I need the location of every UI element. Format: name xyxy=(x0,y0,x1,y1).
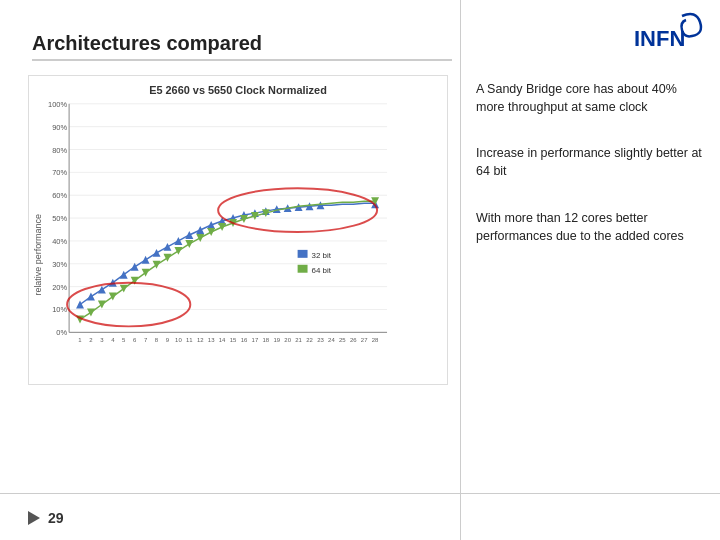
svg-text:27: 27 xyxy=(361,337,368,343)
svg-text:50%: 50% xyxy=(52,214,67,223)
svg-text:60%: 60% xyxy=(52,191,67,200)
svg-text:13: 13 xyxy=(208,337,215,343)
svg-text:70%: 70% xyxy=(52,168,67,177)
svg-text:24: 24 xyxy=(328,337,335,343)
svg-text:18: 18 xyxy=(263,337,270,343)
slide-title: Architectures compared xyxy=(32,32,452,61)
svg-text:19: 19 xyxy=(273,337,280,343)
svg-text:30%: 30% xyxy=(52,260,67,269)
bottom-divider xyxy=(0,493,720,494)
svg-text:21: 21 xyxy=(295,337,302,343)
svg-text:32 bit: 32 bit xyxy=(312,251,332,260)
svg-text:12: 12 xyxy=(197,337,204,343)
svg-text:14: 14 xyxy=(219,337,226,343)
svg-text:INFN: INFN xyxy=(634,26,685,51)
text-block-1: A Sandy Bridge core has about 40% more t… xyxy=(476,80,706,116)
page-arrow-icon xyxy=(28,511,40,525)
svg-text:10: 10 xyxy=(175,337,182,343)
svg-text:11: 11 xyxy=(186,337,193,343)
infn-logo: INFN xyxy=(624,8,704,58)
svg-text:90%: 90% xyxy=(52,123,67,132)
page-number: 29 xyxy=(48,510,64,526)
svg-text:28: 28 xyxy=(372,337,379,343)
page-number-area: 29 xyxy=(28,510,64,526)
svg-text:20: 20 xyxy=(284,337,291,343)
svg-text:22: 22 xyxy=(306,337,313,343)
text-block-3: With more than 12 cores better performan… xyxy=(476,209,706,245)
svg-text:16: 16 xyxy=(241,337,248,343)
svg-rect-99 xyxy=(298,250,308,258)
svg-text:80%: 80% xyxy=(52,146,67,155)
chart-svg: E5 2660 vs 5650 Clock Normalized relativ… xyxy=(29,76,447,384)
svg-text:64 bit: 64 bit xyxy=(312,266,332,275)
svg-text:100%: 100% xyxy=(48,100,67,109)
svg-rect-101 xyxy=(298,265,308,273)
text-block-1-content: A Sandy Bridge core has about 40% more t… xyxy=(476,80,706,116)
y-axis-label: relative performance xyxy=(33,214,43,295)
svg-text:25: 25 xyxy=(339,337,346,343)
svg-text:15: 15 xyxy=(230,337,237,343)
vertical-divider xyxy=(460,0,461,540)
svg-text:20%: 20% xyxy=(52,283,67,292)
logo-area: INFN xyxy=(624,8,704,58)
svg-text:23: 23 xyxy=(317,337,324,343)
text-block-3-content: With more than 12 cores better performan… xyxy=(476,209,706,245)
right-panel: A Sandy Bridge core has about 40% more t… xyxy=(476,80,706,273)
svg-text:40%: 40% xyxy=(52,237,67,246)
text-block-2: Increase in performance slightly better … xyxy=(476,144,706,180)
text-block-2-content: Increase in performance slightly better … xyxy=(476,144,706,180)
slide-container: INFN Architectures compared E5 2660 vs 5… xyxy=(0,0,720,540)
svg-text:26: 26 xyxy=(350,337,357,343)
svg-text:10%: 10% xyxy=(52,305,67,314)
chart-title: E5 2660 vs 5650 Clock Normalized xyxy=(149,84,327,96)
svg-text:0%: 0% xyxy=(56,328,67,337)
chart-area: E5 2660 vs 5650 Clock Normalized relativ… xyxy=(28,75,448,385)
svg-text:17: 17 xyxy=(252,337,259,343)
